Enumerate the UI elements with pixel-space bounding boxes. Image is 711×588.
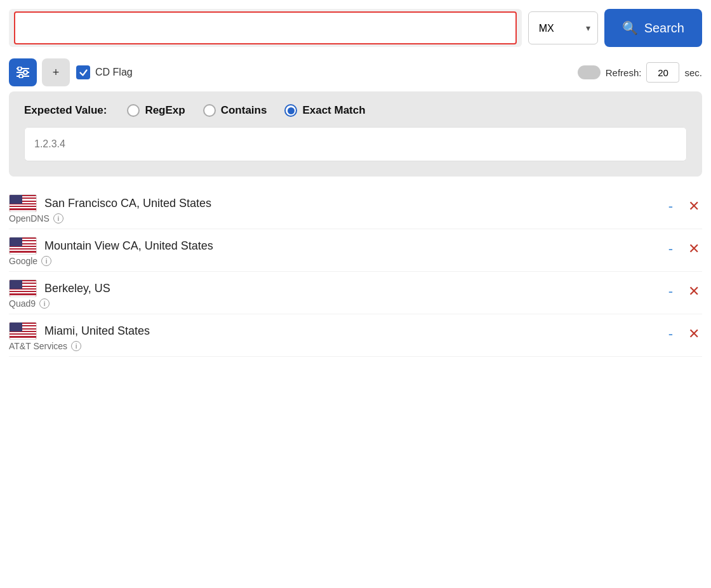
cd-flag-label: CD Flag: [95, 67, 133, 78]
search-bar-row: A AAAA MX NS CNAME TXT SOA PTR ▾ 🔍 Searc…: [0, 0, 711, 53]
result-location: Mountain View CA, United States: [44, 239, 213, 253]
result-item-left: San Francisco CA, United States OpenDNS …: [9, 194, 666, 224]
cd-flag-wrapper: CD Flag: [76, 65, 133, 79]
result-item-left: Mountain View CA, United States Google i: [9, 237, 666, 266]
info-icon[interactable]: i: [41, 256, 51, 266]
exact-match-radio[interactable]: [284, 104, 297, 117]
flag-us-icon: [9, 322, 37, 340]
table-row: Mountain View CA, United States Google i…: [9, 229, 702, 272]
record-type-select[interactable]: A AAAA MX NS CNAME TXT SOA PTR: [528, 11, 598, 44]
result-source: OpenDNS: [9, 213, 50, 224]
flag-us-icon: [9, 279, 37, 297]
svg-point-5: [19, 74, 23, 78]
result-source-row: OpenDNS i: [9, 213, 666, 224]
dash-button[interactable]: -: [666, 327, 675, 341]
search-input-wrapper: [9, 9, 522, 47]
table-row: San Francisco CA, United States OpenDNS …: [9, 187, 702, 229]
result-source: Quad9: [9, 298, 36, 309]
refresh-label: Refresh:: [606, 67, 642, 78]
exact-match-option[interactable]: Exact Match: [284, 104, 365, 117]
flag-us-icon: [9, 194, 37, 212]
delete-button[interactable]: ✕: [686, 242, 702, 256]
refresh-area: Refresh: sec.: [578, 62, 702, 83]
add-button[interactable]: +: [42, 58, 70, 86]
cd-flag-checkbox[interactable]: [76, 65, 90, 79]
search-button[interactable]: 🔍 Search: [604, 9, 702, 47]
search-icon: 🔍: [622, 20, 638, 36]
svg-point-4: [23, 70, 27, 74]
result-source-row: Quad9 i: [9, 298, 666, 309]
search-button-label: Search: [644, 21, 684, 36]
result-location-row: Miami, United States: [9, 322, 666, 340]
expected-value-label: Expected Value:: [24, 104, 107, 117]
match-type-radio-group: RegExp Contains Exact Match: [127, 104, 365, 117]
dash-button[interactable]: -: [666, 242, 675, 256]
search-input[interactable]: [14, 11, 517, 44]
regexp-radio[interactable]: [127, 104, 140, 117]
info-icon[interactable]: i: [39, 298, 50, 309]
table-row: Miami, United States AT&T Services i - ✕: [9, 314, 702, 357]
delete-button[interactable]: ✕: [686, 327, 702, 341]
result-actions: - ✕: [666, 322, 702, 341]
svg-point-3: [18, 67, 22, 70]
result-source: AT&T Services: [9, 341, 67, 351]
result-actions: - ✕: [666, 194, 702, 213]
result-actions: - ✕: [666, 279, 702, 298]
refresh-value-input[interactable]: [646, 62, 679, 83]
filter-panel: Expected Value: RegExp Contains Exact Ma…: [9, 91, 702, 177]
filter-button[interactable]: [9, 58, 37, 86]
delete-button[interactable]: ✕: [686, 199, 702, 213]
dash-button[interactable]: -: [666, 284, 675, 298]
result-item-left: Miami, United States AT&T Services i: [9, 322, 666, 351]
refresh-toggle[interactable]: [578, 65, 601, 79]
contains-option[interactable]: Contains: [203, 104, 267, 117]
toolbar-row: + CD Flag Refresh: sec.: [0, 53, 711, 91]
result-location: San Francisco CA, United States: [44, 197, 211, 210]
result-item-left: Berkeley, US Quad9 i: [9, 279, 666, 309]
result-source-row: AT&T Services i: [9, 341, 666, 351]
result-location-row: San Francisco CA, United States: [9, 194, 666, 212]
dash-button[interactable]: -: [666, 199, 675, 213]
result-source-row: Google i: [9, 256, 666, 266]
check-icon: [79, 69, 88, 76]
filter-options-row: Expected Value: RegExp Contains Exact Ma…: [24, 104, 687, 117]
result-source: Google: [9, 256, 37, 266]
flag-us-icon: [9, 237, 37, 255]
result-location: Miami, United States: [44, 324, 150, 338]
regexp-option[interactable]: RegExp: [127, 104, 185, 117]
delete-button[interactable]: ✕: [686, 284, 702, 298]
table-row: Berkeley, US Quad9 i - ✕: [9, 272, 702, 314]
info-icon[interactable]: i: [71, 341, 81, 351]
exact-match-label: Exact Match: [302, 104, 365, 117]
result-actions: - ✕: [666, 237, 702, 256]
record-type-wrapper: A AAAA MX NS CNAME TXT SOA PTR ▾: [528, 11, 598, 44]
add-icon: +: [53, 66, 60, 79]
results-list: San Francisco CA, United States OpenDNS …: [0, 187, 711, 357]
result-location-row: Berkeley, US: [9, 279, 666, 297]
filter-value-input[interactable]: [24, 127, 687, 161]
info-icon[interactable]: i: [53, 213, 63, 224]
contains-radio[interactable]: [203, 104, 216, 117]
refresh-unit: sec.: [684, 67, 702, 78]
contains-label: Contains: [221, 104, 267, 117]
regexp-label: RegExp: [145, 104, 185, 117]
result-location-row: Mountain View CA, United States: [9, 237, 666, 255]
filter-icon: [17, 67, 29, 78]
result-location: Berkeley, US: [44, 282, 110, 295]
